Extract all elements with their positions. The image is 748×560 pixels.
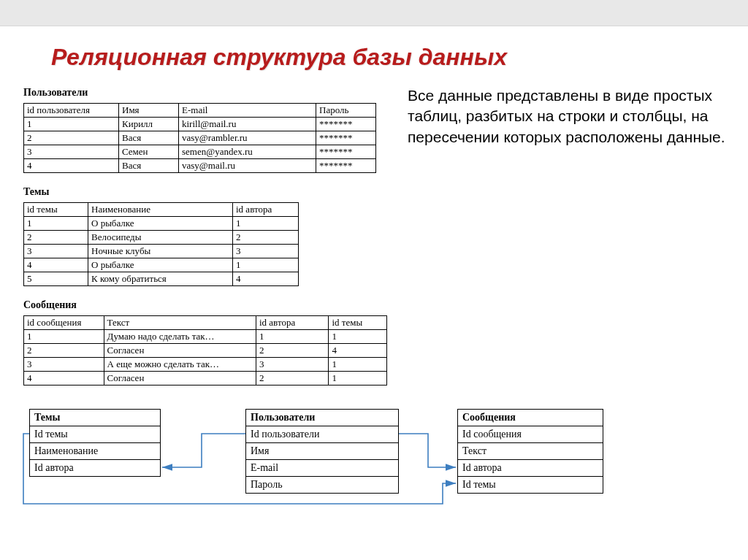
messages-table: id сообщения Текст id автора id темы 1Ду… [23,315,387,386]
entity-field: Id пользователи [246,426,399,443]
col-header: Наименование [88,203,233,217]
schema-users: Пользователи Id пользователи Имя E-mail … [245,409,399,494]
entity-field: E-mail [246,460,399,477]
table-row: 1Думаю надо сделать так…11 [24,330,387,344]
tables-column: Пользователи id пользователя Имя E-mail … [15,83,387,399]
entity-title: Темы [30,410,161,426]
col-header: id темы [24,203,88,217]
entity-field: Имя [246,443,399,460]
users-caption: Пользователи [23,87,387,99]
col-header: id сообщения [24,316,104,330]
entity-title: Сообщения [458,410,603,426]
table-row: 4О рыбалке1 [24,258,299,272]
entity-field: Id темы [30,426,161,443]
top-band [0,0,748,26]
page-title: Реляционная структура базы данных [51,44,733,71]
col-header: id пользователя [24,104,119,118]
table-row: 3А еще можно сделать так…31 [24,358,387,372]
table-row: id пользователя Имя E-mail Пароль [24,104,376,118]
messages-caption: Сообщения [23,299,387,311]
table-row: id темы Наименование id автора [24,203,299,217]
col-header: Имя [119,104,179,118]
col-header: Пароль [316,104,376,118]
table-row: 3Ночные клубы3 [24,245,299,258]
entity-field: Id темы [458,477,603,494]
entity-field: Пароль [246,477,399,494]
table-row: 4Согласен21 [24,372,387,386]
col-header: E-mail [179,104,316,118]
topics-table: id темы Наименование id автора 1О рыбалк… [23,202,299,286]
slide-body: Реляционная структура базы данных Пользо… [0,26,748,526]
entity-field: Id сообщения [458,426,603,443]
col-header: id автора [256,316,328,330]
table-row: id сообщения Текст id автора id темы [24,316,387,330]
table-row: 1О рыбалке1 [24,217,299,231]
entity-field: Наименование [30,443,161,460]
entity-field: Текст [458,443,603,460]
schema-messages: Сообщения Id сообщения Текст Id автора I… [457,409,603,494]
schema-diagram: Темы Id темы Наименование Id автора Поль… [19,402,735,511]
table-row: 2Васяvasy@rambler.ru******* [24,131,376,145]
description-text: Все данные представлены в виде простых т… [408,85,733,147]
col-header: id темы [329,316,387,330]
table-row: 2Согласен24 [24,344,387,358]
topics-caption: Темы [23,186,387,198]
description-column: Все данные представлены в виде простых т… [408,83,733,147]
table-row: 4Васяvasy@mail.ru******* [24,159,376,173]
entity-title: Пользователи [246,410,399,426]
entity-field: Id автора [458,460,603,477]
col-header: id автора [233,203,299,217]
table-row: 1Кириллkirill@mail.ru******* [24,118,376,131]
table-row: 2Велосипеды2 [24,231,299,245]
entity-field: Id автора [30,460,161,477]
table-row: 5К кому обратиться4 [24,272,299,286]
users-table: id пользователя Имя E-mail Пароль 1Кирил… [23,103,376,173]
schema-topics: Темы Id темы Наименование Id автора [29,409,161,477]
col-header: Текст [104,316,256,330]
table-row: 3Семенsemen@yandex.ru******* [24,145,376,159]
